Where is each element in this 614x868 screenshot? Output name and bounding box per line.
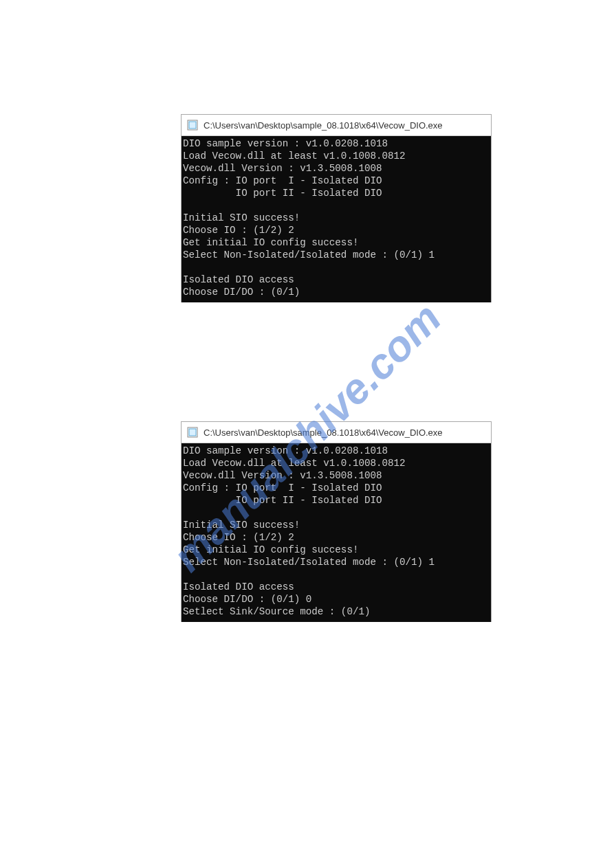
svg-rect-1 <box>189 122 196 129</box>
titlebar-text: C:\Users\van\Desktop\sample_08.1018\x64\… <box>204 427 443 438</box>
console-window-1: C:\Users\van\Desktop\sample_08.1018\x64\… <box>181 114 492 302</box>
titlebar-text: C:\Users\van\Desktop\sample_08.1018\x64\… <box>204 120 443 131</box>
document-page: { "watermark": { "text": "manualchive.co… <box>0 0 614 868</box>
svg-rect-3 <box>189 429 196 436</box>
console-output: DIO sample version : v1.0.0208.1018 Load… <box>182 136 491 302</box>
titlebar: C:\Users\van\Desktop\sample_08.1018\x64\… <box>182 115 491 136</box>
titlebar: C:\Users\van\Desktop\sample_08.1018\x64\… <box>182 422 491 443</box>
console-output: DIO sample version : v1.0.0208.1018 Load… <box>182 443 491 622</box>
console-window-2: C:\Users\van\Desktop\sample_08.1018\x64\… <box>181 421 492 622</box>
app-icon <box>187 120 198 131</box>
app-icon <box>187 427 198 438</box>
